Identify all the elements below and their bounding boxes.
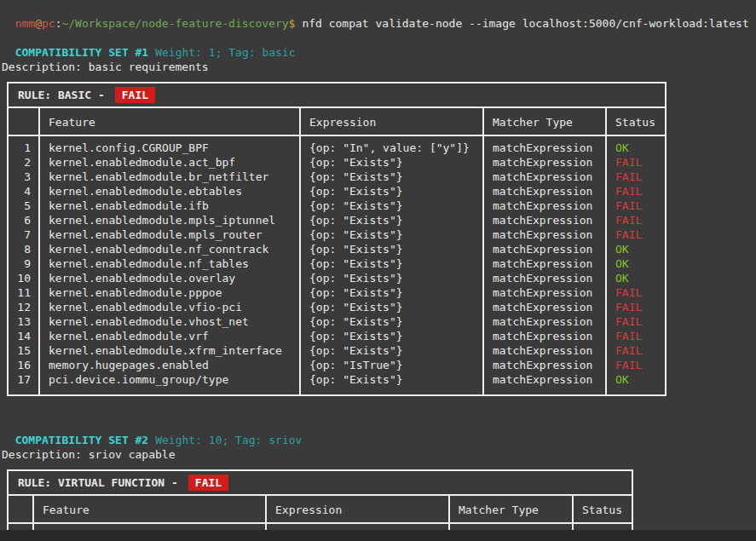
row-number-cell: 6: [9, 213, 38, 227]
status-cell: FAIL: [605, 227, 665, 242]
column-divider: [32, 496, 34, 522]
prompt-dollar: $: [289, 17, 296, 30]
set-2-description: Description: sriov capable: [2, 447, 756, 462]
feature-cell: kernel.enabledmodule.xfrm_interface: [38, 343, 299, 358]
window-bottom-edge: [0, 530, 756, 541]
feature-cell: kernel.enabledmodule.mpls_iptunnel: [38, 213, 299, 227]
status-cell: FAIL: [605, 300, 665, 314]
matcher-type-cell: matchExpression: [482, 285, 605, 300]
status-column-header: Status: [572, 496, 632, 522]
feature-cell: kernel.enabledmodule.vhost_net: [38, 314, 299, 329]
expression-cell: {op: "Exists"}: [299, 372, 482, 387]
rule-status-badge: FAIL: [188, 475, 228, 491]
matcher-type-cell: matchExpression: [482, 213, 605, 227]
feature-cell: kernel.enabledmodule.vrf: [38, 329, 299, 343]
column-divider: [38, 136, 40, 394]
expression-column-header: Expression: [299, 108, 482, 135]
table-body: 1kernel.config.CGROUP_BPF{op: "In", valu…: [9, 136, 665, 394]
column-divider: [265, 496, 267, 522]
matcher-type-column-header: Matcher Type: [448, 496, 572, 522]
matcher-type-cell: matchExpression: [482, 372, 605, 387]
matcher-type-cell: matchExpression: [482, 329, 605, 343]
column-header-row: Feature Expression Matcher Type Status: [9, 108, 665, 136]
row-number-cell: 8: [9, 242, 38, 256]
feature-cell: pci.device.iommu_group/type: [38, 372, 299, 387]
rule-table-basic: RULE: BASIC - FAIL Feature Expression Ma…: [7, 82, 667, 396]
set-1-description: Description: basic requirements: [2, 60, 756, 74]
table-row: 12kernel.enabledmodule.vfio-pci{op: "Exi…: [9, 300, 665, 314]
expression-cell: {op: "Exists"}: [299, 256, 482, 271]
expression-cell: {op: "Exists"}: [299, 227, 482, 242]
compat-set-2-heading: COMPATIBILITY SET #2Weight: 10; Tag: sri…: [2, 418, 756, 447]
column-header-row: Feature Expression Matcher Type Status: [9, 496, 632, 524]
prompt-path: ~/Workspace/node-feature-discovery: [61, 17, 288, 30]
matcher-type-cell: matchExpression: [482, 227, 605, 242]
row-number-cell: 14: [9, 329, 38, 343]
prompt-at-symbol: @: [35, 17, 42, 30]
feature-cell: kernel.enabledmodule.nf_conntrack: [38, 242, 299, 256]
table-row: 1kernel.config.CGROUP_BPF{op: "In", valu…: [9, 141, 665, 155]
column-divider: [482, 136, 484, 394]
status-cell: OK: [605, 141, 665, 155]
status-column-header: Status: [605, 108, 665, 135]
table-row: 4kernel.enabledmodule.ebtables{op: "Exis…: [9, 184, 665, 199]
row-number-cell: 17: [9, 372, 38, 387]
table-row: 5kernel.enabledmodule.ifb{op: "Exists"}m…: [9, 199, 665, 213]
set-2-title: COMPATIBILITY SET #2: [15, 434, 149, 446]
expression-column-header: Expression: [265, 496, 448, 522]
row-number-cell: 13: [9, 314, 38, 329]
row-number-cell: 3: [9, 170, 38, 184]
prompt-host: pc: [42, 17, 55, 30]
shell-prompt-line: nmm@pc:~/Workspace/node-feature-discover…: [2, 2, 756, 31]
command-text: nfd compat validate-node --image localho…: [302, 17, 748, 30]
matcher-type-cell: matchExpression: [482, 199, 605, 213]
row-number-cell: 5: [9, 199, 38, 213]
rule-header-basic: RULE: BASIC - FAIL: [9, 83, 665, 108]
feature-cell: kernel.config.CGROUP_BPF: [38, 141, 299, 155]
feature-column-header: Feature: [32, 496, 265, 522]
status-cell: FAIL: [605, 343, 665, 358]
status-cell: OK: [605, 256, 665, 271]
table-row: 3kernel.enabledmodule.br_netfilter{op: "…: [9, 170, 665, 184]
table-row: 10kernel.enabledmodule.overlay{op: "Exis…: [9, 271, 665, 285]
column-divider: [299, 136, 301, 394]
matcher-type-cell: matchExpression: [482, 300, 605, 314]
matcher-type-cell: matchExpression: [482, 170, 605, 184]
expression-cell: {op: "Exists"}: [299, 199, 482, 213]
row-number-column-header: [9, 496, 32, 522]
matcher-type-column-header: Matcher Type: [482, 108, 605, 135]
matcher-type-cell: matchExpression: [482, 242, 605, 256]
matcher-type-cell: matchExpression: [482, 256, 605, 271]
feature-column-header: Feature: [38, 108, 299, 135]
matcher-type-cell: matchExpression: [482, 343, 605, 358]
column-divider: [482, 108, 484, 135]
column-divider: [38, 108, 40, 135]
prompt-user: nmm: [15, 17, 35, 30]
rule-status-badge: FAIL: [115, 87, 155, 103]
status-cell: FAIL: [605, 170, 665, 184]
table-row: 14kernel.enabledmodule.vrf{op: "Exists"}…: [9, 329, 665, 343]
status-cell: OK: [605, 271, 665, 285]
status-cell: FAIL: [605, 184, 665, 199]
expression-cell: {op: "Exists"}: [299, 170, 482, 184]
status-cell: FAIL: [605, 213, 665, 227]
terminal-window[interactable]: { "terminal": { "prompt": { "user": "nmm…: [0, 0, 756, 541]
row-number-cell: 10: [9, 271, 38, 285]
row-number-cell: 4: [9, 184, 38, 199]
status-cell: OK: [605, 372, 665, 387]
column-divider: [572, 496, 574, 522]
feature-cell: kernel.enabledmodule.ebtables: [38, 184, 299, 199]
matcher-type-cell: matchExpression: [482, 271, 605, 285]
column-divider: [448, 496, 450, 522]
row-number-cell: 9: [9, 256, 38, 271]
expression-cell: {op: "Exists"}: [299, 343, 482, 358]
expression-cell: {op: "Exists"}: [299, 213, 482, 227]
row-number-cell: 12: [9, 300, 38, 314]
matcher-type-cell: matchExpression: [482, 141, 605, 155]
expression-cell: {op: "Exists"}: [299, 155, 482, 170]
feature-cell: kernel.enabledmodule.overlay: [38, 271, 299, 285]
expression-cell: {op: "Exists"}: [299, 285, 482, 300]
status-cell: FAIL: [605, 358, 665, 372]
status-cell: OK: [605, 242, 665, 256]
row-number-cell: 15: [9, 343, 38, 358]
